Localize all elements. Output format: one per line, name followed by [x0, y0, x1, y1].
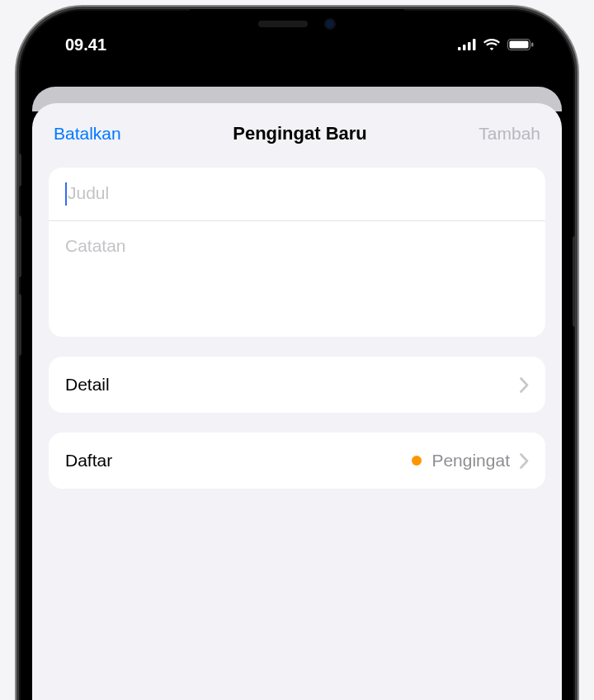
- chevron-right-icon: [520, 453, 529, 469]
- power-button: [573, 236, 578, 327]
- sheet-header: Batalkan Pengingat Baru Tambah: [32, 103, 562, 159]
- front-camera: [324, 18, 336, 30]
- wifi-icon: [483, 38, 501, 51]
- title-notes-group: Judul Catatan: [49, 168, 545, 337]
- list-value: Pengingat: [431, 451, 510, 471]
- phone-frame: 09.41 Batalkan Pengingat Baru Tambah: [16, 7, 578, 700]
- new-reminder-sheet: Batalkan Pengingat Baru Tambah Judul Cat…: [32, 103, 562, 700]
- list-label: Daftar: [65, 451, 112, 471]
- list-group: Daftar Pengingat: [49, 433, 545, 489]
- volume-down-button: [16, 294, 21, 356]
- title-placeholder: Judul: [68, 183, 109, 202]
- battery-icon: [507, 39, 534, 50]
- cellular-icon: [458, 39, 476, 50]
- chevron-right-icon: [520, 377, 529, 393]
- sheet-body: Judul Catatan Detail: [32, 159, 562, 700]
- status-right: [458, 38, 534, 51]
- notch: [190, 9, 404, 39]
- cancel-button[interactable]: Batalkan: [54, 124, 121, 144]
- speaker-grille: [258, 21, 308, 27]
- svg-rect-1: [463, 45, 466, 50]
- screen: 09.41 Batalkan Pengingat Baru Tambah: [32, 21, 562, 700]
- silent-switch: [16, 154, 21, 187]
- list-row[interactable]: Daftar Pengingat: [49, 433, 545, 489]
- svg-rect-6: [531, 43, 534, 47]
- add-button[interactable]: Tambah: [478, 124, 540, 144]
- list-color-dot: [412, 456, 422, 466]
- svg-rect-5: [510, 41, 529, 49]
- sheet-title: Pengingat Baru: [233, 123, 367, 144]
- title-field[interactable]: Judul: [49, 168, 545, 221]
- status-time: 09.41: [65, 35, 106, 54]
- svg-rect-0: [458, 47, 461, 50]
- detail-group: Detail: [49, 357, 545, 413]
- svg-rect-2: [468, 42, 471, 50]
- text-caret: [65, 182, 67, 206]
- svg-rect-3: [473, 39, 476, 50]
- detail-label: Detail: [65, 375, 110, 395]
- notes-field[interactable]: Catatan: [49, 221, 545, 337]
- detail-row[interactable]: Detail: [49, 357, 545, 413]
- notes-placeholder: Catatan: [65, 236, 126, 255]
- volume-up-button: [16, 215, 21, 277]
